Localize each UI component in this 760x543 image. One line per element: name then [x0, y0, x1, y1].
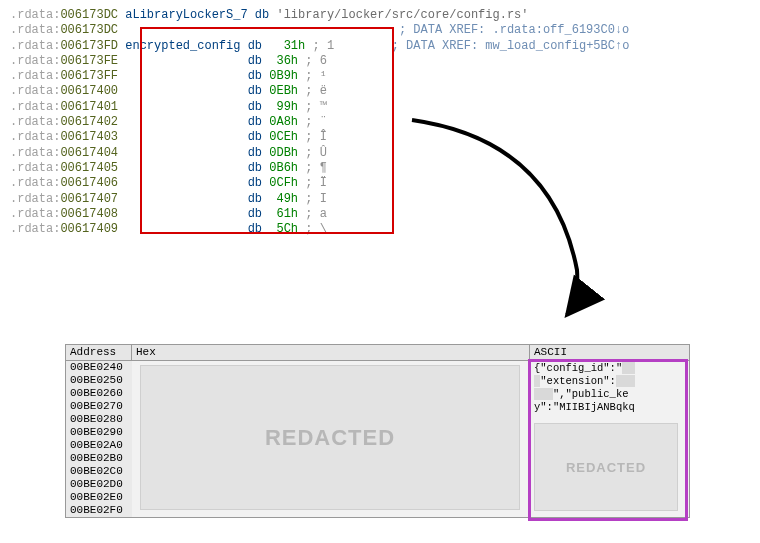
ida-line: .rdata:00617401 db 99h ; ™ — [10, 100, 629, 115]
hexdump-address: 00BE0270 — [70, 400, 128, 413]
hexdump-address: 00BE0290 — [70, 426, 128, 439]
ida-line: .rdata:006173DC aLibraryLockerS_7 db 'li… — [10, 8, 629, 23]
hexdump-address: 00BE02B0 — [70, 452, 128, 465]
ida-listing: .rdata:006173DC aLibraryLockerS_7 db 'li… — [10, 8, 629, 237]
ida-line: .rdata:00617406 db 0CFh ; Ï — [10, 176, 629, 191]
hexdump-asccol: {"config_id":" "extension": ","public_ke… — [530, 361, 689, 517]
ida-line: .rdata:00617404 db 0DBh ; Û — [10, 146, 629, 161]
hexdump-address: 00BE0260 — [70, 387, 128, 400]
col-ascii: ASCII — [530, 345, 689, 360]
col-address: Address — [66, 345, 132, 360]
ida-line: .rdata:006173DC ; DATA XREF: .rdata:off_… — [10, 23, 629, 38]
hexdump-hexcol: REDACTED — [132, 361, 530, 517]
hexdump-address: 00BE02F0 — [70, 504, 128, 517]
redacted-block: REDACTED — [534, 423, 678, 511]
hexdump-address: 00BE0250 — [70, 374, 128, 387]
hexdump-address: 00BE02D0 — [70, 478, 128, 491]
ida-line: .rdata:00617409 db 5Ch ; \ — [10, 222, 629, 237]
ida-line: .rdata:006173FD encrypted_config db 31h … — [10, 39, 629, 54]
ida-line: .rdata:00617405 db 0B6h ; ¶ — [10, 161, 629, 176]
ida-line: .rdata:00617400 db 0EBh ; ë — [10, 84, 629, 99]
ida-line: .rdata:006173FF db 0B9h ; ¹ — [10, 69, 629, 84]
hexdump-addresses: 00BE024000BE025000BE026000BE027000BE0280… — [66, 361, 132, 517]
hexdump-ascii-text: {"config_id":" "extension": ","public_ke… — [534, 362, 635, 414]
ida-line: .rdata:00617407 db 49h ; I — [10, 192, 629, 207]
hexdump-address: 00BE02A0 — [70, 439, 128, 452]
hexdump-panel: Address Hex ASCII 00BE024000BE025000BE02… — [65, 344, 690, 518]
hexdump-header: Address Hex ASCII — [66, 345, 689, 361]
hexdump-address: 00BE0240 — [70, 361, 128, 374]
redacted-block: REDACTED — [140, 365, 520, 510]
col-hex: Hex — [132, 345, 530, 360]
ida-line: .rdata:00617408 db 61h ; a — [10, 207, 629, 222]
hexdump-address: 00BE0280 — [70, 413, 128, 426]
ida-line: .rdata:006173FE db 36h ; 6 — [10, 54, 629, 69]
hexdump-address: 00BE02E0 — [70, 491, 128, 504]
ida-line: .rdata:00617403 db 0CEh ; Î — [10, 130, 629, 145]
ida-line: .rdata:00617402 db 0A8h ; ¨ — [10, 115, 629, 130]
hexdump-address: 00BE02C0 — [70, 465, 128, 478]
